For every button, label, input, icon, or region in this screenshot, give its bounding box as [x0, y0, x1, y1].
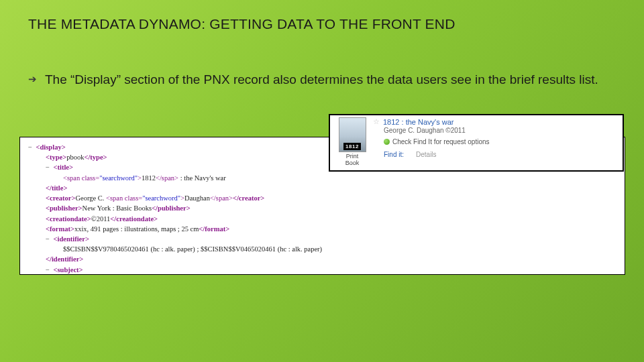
brief-result-card: 1812 Print Book ☆ 1812 : the Navy's war … — [329, 114, 624, 172]
availability-icon — [384, 139, 390, 145]
result-title-link[interactable]: 1812 : the Navy's war — [383, 118, 453, 126]
star-icon[interactable]: ☆ — [373, 117, 380, 126]
availability-text: Check Find It for request options — [392, 138, 490, 145]
thumb-type: Print Book — [345, 154, 360, 167]
tab-details[interactable]: Details — [416, 151, 437, 158]
result-author: George C. Daughan ©2011 — [384, 127, 619, 134]
book-cover-thumbnail: 1812 — [339, 117, 366, 152]
bullet-item: ➔ The “Display” section of the PNX recor… — [28, 71, 616, 88]
bullet-text: The “Display” section of the PNX record … — [45, 71, 598, 88]
slide-title: THE METADATA DYNAMO: GETTING DATA TO THE… — [28, 16, 616, 32]
arrow-right-icon: ➔ — [28, 71, 37, 85]
thumb-year: 1812 — [343, 143, 361, 150]
tab-find-it[interactable]: Find it: — [384, 151, 404, 158]
